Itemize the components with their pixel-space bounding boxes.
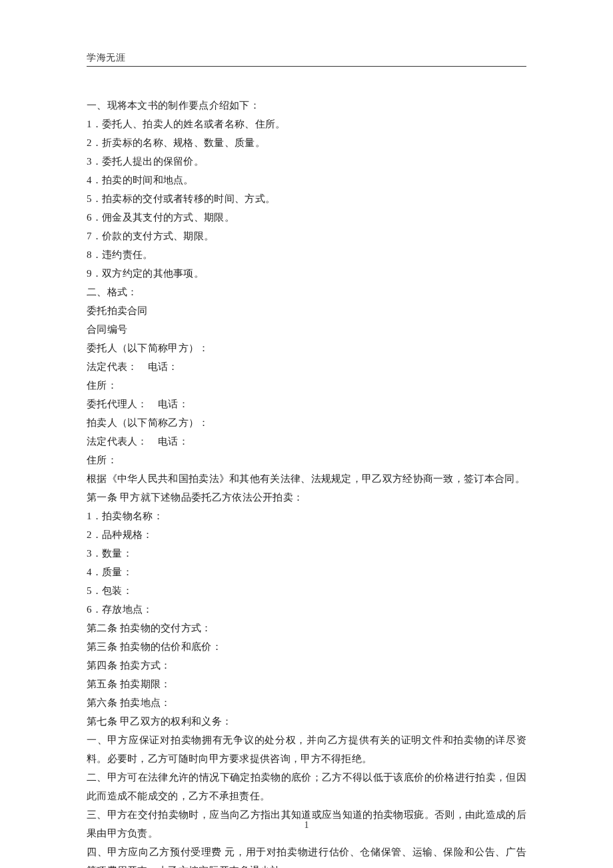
text-line: 四、甲方应向乙方预付受理费 元，用于对拍卖物进行估价、仓储保管、运输、保险和公告… xyxy=(87,843,526,868)
text-line: 法定代表人： 电话： xyxy=(87,432,526,451)
text-line: 5．拍卖标的交付或者转移的时间、方式。 xyxy=(87,189,526,208)
text-line: 二、格式： xyxy=(87,283,526,301)
text-line: 2．折卖标的名称、规格、数量、质量。 xyxy=(87,133,526,152)
text-line: 3．数量： xyxy=(87,544,526,563)
text-line: 9．双方约定的其他事项。 xyxy=(87,264,526,283)
text-line: 第二条 拍卖物的交付方式： xyxy=(87,619,526,637)
text-line: 住所： xyxy=(87,376,526,395)
text-line: 4．拍卖的时间和地点。 xyxy=(87,171,526,189)
text-line: 第六条 拍卖地点： xyxy=(87,693,526,712)
text-line: 8．违约责任。 xyxy=(87,245,526,264)
text-line: 合同编号 xyxy=(87,320,526,339)
text-line: 第一条 甲方就下述物品委托乙方依法公开拍卖： xyxy=(87,488,526,507)
text-line: 4．质量： xyxy=(87,563,526,581)
text-line: 第五条 拍卖期限： xyxy=(87,675,526,693)
text-line: 6．存放地点： xyxy=(87,600,526,619)
text-line: 委托人（以下简称甲方）： xyxy=(87,339,526,357)
page-number: 1 xyxy=(0,820,613,831)
text-line: 第三条 拍卖物的估价和底价： xyxy=(87,637,526,656)
text-line: 7．价款的支付方式、期限。 xyxy=(87,227,526,245)
text-line: 住所： xyxy=(87,451,526,469)
page-header: 学海无涯 xyxy=(87,52,526,67)
text-line: 1．委托人、拍卖人的姓名或者名称、住所。 xyxy=(87,115,526,133)
text-line: 二、甲方可在法律允许的情况下确定拍卖物的底价；乙方不得以低于该底价的价格进行拍卖… xyxy=(87,768,526,805)
text-line: 3．委托人提出的保留价。 xyxy=(87,152,526,171)
text-line: 委托拍卖合同 xyxy=(87,301,526,320)
text-line: 第七条 甲乙双方的权利和义务： xyxy=(87,712,526,731)
text-line: 1．拍卖物名称： xyxy=(87,507,526,525)
text-line: 2．品种规格： xyxy=(87,525,526,544)
text-line: 第四条 拍卖方式： xyxy=(87,656,526,675)
text-line: 5．包装： xyxy=(87,581,526,600)
text-line: 一、现将本文书的制作要点介绍如下： xyxy=(87,96,526,115)
text-line: 一、甲方应保证对拍卖物拥有无争议的处分权，并向乙方提供有关的证明文件和拍卖物的详… xyxy=(87,731,526,768)
text-line: 委托代理人： 电话： xyxy=(87,395,526,413)
text-line: 法定代表： 电话： xyxy=(87,357,526,376)
document-body: 一、现将本文书的制作要点介绍如下：1．委托人、拍卖人的姓名或者名称、住所。2．折… xyxy=(87,96,526,868)
text-line: 拍卖人（以下简称乙方）： xyxy=(87,413,526,432)
text-line: 6．佣金及其支付的方式、期限。 xyxy=(87,208,526,227)
text-line: 根据《中华人民共和国拍卖法》和其他有关法律、法规规定，甲乙双方经协商一致，签订本… xyxy=(87,469,526,488)
